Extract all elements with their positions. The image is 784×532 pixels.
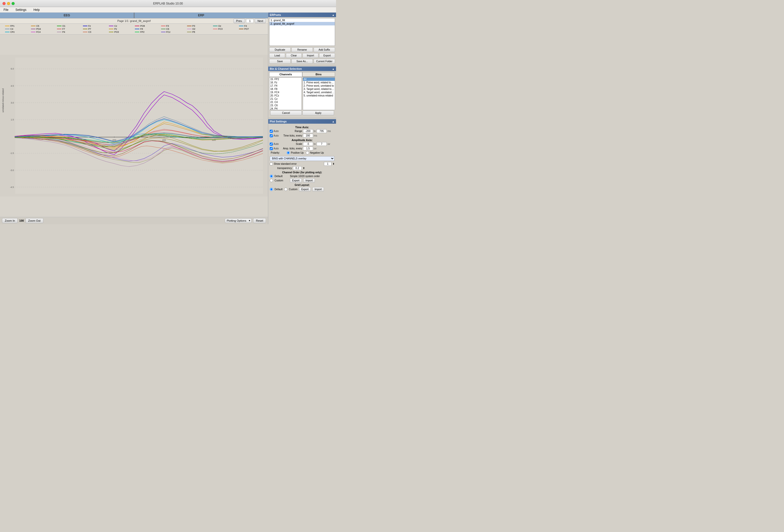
main-layout: EEG ERP Page 1/1: grand_filt_avgref Prev… <box>0 12 336 224</box>
bin-item-4[interactable]: 4. Target word, unrelated to <box>303 91 335 94</box>
legend-item-f7: F7 <box>57 28 81 30</box>
amp-scale-from-input[interactable] <box>303 142 313 146</box>
erpsets-collapse-icon[interactable]: ▲ <box>332 13 335 17</box>
prev-button[interactable]: Prev. <box>233 19 245 23</box>
channel-item-21[interactable]: 21. Cz <box>270 97 302 100</box>
save-as-button[interactable]: Save As... <box>291 59 313 64</box>
rename-button[interactable]: Rename <box>291 47 313 52</box>
legend-label-p8: P8 <box>192 31 195 33</box>
channel-item-22[interactable]: 22. C4 <box>270 100 302 104</box>
bin-item-3[interactable]: 3. Target word, related to pr <box>303 87 335 91</box>
clear-button[interactable]: Clear <box>286 53 302 58</box>
channels-list[interactable]: 15. FP2 16. Fz 17. F4 18. F8 19. FC4 20.… <box>269 77 302 110</box>
menu-help[interactable]: Help <box>32 7 41 12</box>
close-button[interactable] <box>2 2 5 5</box>
menu-file[interactable]: File <box>2 7 10 12</box>
legend-item-c5: C5 <box>31 25 55 27</box>
time-auto-checkbox[interactable] <box>270 130 273 133</box>
legend-item-po3: PO3 <box>109 31 133 33</box>
std-error-row: Show standard error ⬆ <box>270 162 335 166</box>
apply-button[interactable]: Apply <box>303 111 334 115</box>
amp-ticks-input[interactable] <box>303 147 313 150</box>
next-button[interactable]: Next <box>255 19 266 23</box>
legend-line-po4 <box>31 29 35 29</box>
co-default-radio[interactable] <box>270 175 273 178</box>
svg-text:400: 400 <box>162 139 166 141</box>
plot-settings-collapse-icon[interactable]: ▲ <box>332 120 335 123</box>
std-stepper-icon[interactable]: ⬆ <box>333 162 335 165</box>
std-error-checkbox[interactable] <box>270 162 273 166</box>
bin-item-all[interactable]: All <box>303 78 335 81</box>
legend-line-p3 <box>187 26 192 26</box>
add-suffix-button[interactable]: Add Suffix <box>314 47 335 52</box>
legend-line-f7 <box>57 29 61 29</box>
page-number-input[interactable]: 1 <box>246 19 254 23</box>
channel-item-17[interactable]: 17. F4 <box>270 84 302 87</box>
legend-line-c4 <box>5 29 9 29</box>
channel-item-15[interactable]: 15. FP2 <box>270 78 302 81</box>
channel-item-18[interactable]: 18. F8 <box>270 87 302 91</box>
polarity-pos-radio[interactable] <box>287 151 290 154</box>
time-ticks-input[interactable] <box>303 134 313 138</box>
gl-import-button[interactable]: Import <box>312 187 324 191</box>
legend-label-pz: Pz <box>114 28 117 30</box>
time-range-from-input[interactable] <box>303 129 313 133</box>
channel-item-23[interactable]: 23. C6 <box>270 104 302 107</box>
tab-channels[interactable]: Channels <box>269 72 302 77</box>
amp-scale-to-input[interactable] <box>317 142 327 146</box>
channel-item-20[interactable]: 20. FCz <box>270 94 302 97</box>
overlay-select[interactable]: BINS with CHANNELS overlay <box>270 156 335 161</box>
load-button[interactable]: Load <box>269 53 285 58</box>
plotting-options-select[interactable]: Plotting Options <box>225 218 252 223</box>
channel-item-24[interactable]: 24. P4 <box>270 107 302 110</box>
polarity-neg-radio[interactable] <box>306 151 309 154</box>
gl-custom-radio[interactable] <box>284 188 287 191</box>
zoom-in-button[interactable]: Zoom In <box>2 218 18 223</box>
co-custom-radio[interactable] <box>270 179 273 182</box>
channel-order-title: Channel Order (for plotting only): <box>270 171 335 174</box>
bin-item-2[interactable]: 2. Prime word, unrelated to <box>303 84 335 87</box>
legend-line-po7 <box>239 29 244 29</box>
bins-list[interactable]: All 1. Prime word, related to su 2. Prim… <box>303 77 335 110</box>
time-range-to-input[interactable] <box>317 129 327 133</box>
gl-export-button[interactable]: Export <box>299 187 311 191</box>
menu-settings[interactable]: Settings <box>14 7 28 12</box>
channel-item-19[interactable]: 19. FC4 <box>270 91 302 94</box>
amp-ticks-row: Auto Amp. ticks, every uv <box>270 147 335 150</box>
bin-channel-collapse-icon[interactable]: ▲ <box>332 67 335 70</box>
erpsets-item-2[interactable]: 2. grand_filt_avgref <box>270 22 335 25</box>
minimize-button[interactable] <box>7 2 10 5</box>
reset-button[interactable]: Reset <box>253 218 266 223</box>
amp-auto-checkbox[interactable] <box>270 143 273 146</box>
bin-item-5[interactable]: 5. unrelated-minus-related <box>303 94 335 97</box>
current-folder-button[interactable]: Current Folder <box>314 59 335 64</box>
tab-bins[interactable]: Bins <box>302 72 335 77</box>
erpsets-item-1[interactable]: 1. grand_filt <box>270 19 335 22</box>
amp-scale-row: Auto Scale to uv <box>270 142 335 146</box>
transparency-stepper-icon[interactable]: ⬆ <box>303 167 305 170</box>
time-ticks-auto-checkbox[interactable] <box>270 134 273 137</box>
transparency-input[interactable] <box>293 166 302 170</box>
legend-label-c4: C4 <box>10 28 13 30</box>
window-controls[interactable] <box>2 2 15 5</box>
bin-item-1[interactable]: 1. Prime word, related to su <box>303 81 335 84</box>
zoom-out-button[interactable]: Zoom Out <box>25 218 44 223</box>
channel-item-16[interactable]: 16. Fz <box>270 81 302 84</box>
legend-label-fc4: FC4 <box>36 31 40 33</box>
export-button[interactable]: Export <box>319 53 335 58</box>
maximize-button[interactable] <box>11 2 15 5</box>
co-import-button[interactable]: Import <box>303 178 315 183</box>
co-export-button[interactable]: Export <box>290 178 302 183</box>
svg-text:3.0: 3.0 <box>11 101 14 104</box>
gl-default-radio[interactable] <box>270 188 273 191</box>
waveform-plot[interactable]: unrelated-minus-related 6.0 4.5 3.0 1.5 <box>0 34 268 217</box>
bin-channel-area: Channels Bins 15. FP2 16. Fz 17. F4 18. … <box>268 71 336 117</box>
std-error-input[interactable] <box>324 162 332 166</box>
cancel-button[interactable]: Cancel <box>270 111 302 115</box>
erpsets-list[interactable]: 1. grand_filt 2. grand_filt_avgref <box>269 18 335 46</box>
amp-ticks-auto-checkbox[interactable] <box>270 147 273 150</box>
amp-scale-unit: uv <box>328 143 330 145</box>
duplicate-button[interactable]: Duplicate <box>269 47 291 52</box>
save-button[interactable]: Save <box>269 59 291 64</box>
import-button[interactable]: Import <box>303 53 318 58</box>
